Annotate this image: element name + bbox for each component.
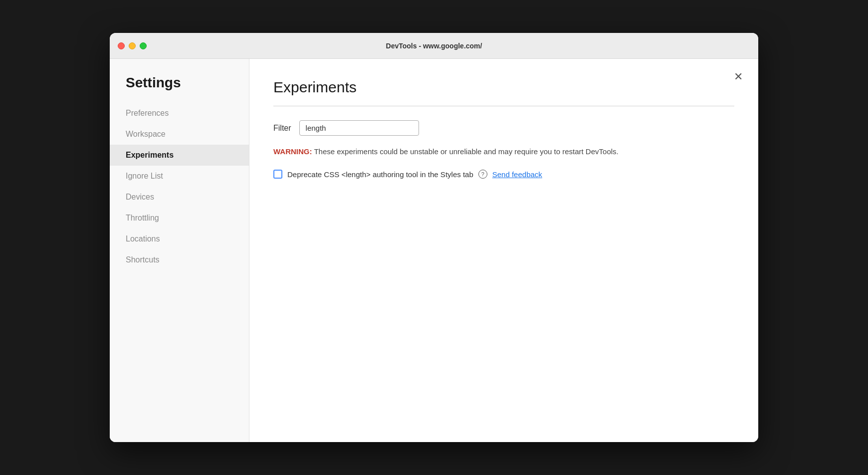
sidebar-item-devices[interactable]: Devices [110,187,249,208]
sidebar-item-ignore-list[interactable]: Ignore List [110,166,249,187]
filter-input[interactable] [299,120,419,136]
sidebar-item-shortcuts[interactable]: Shortcuts [110,249,249,270]
title-divider [273,106,734,106]
filter-row: Filter [273,120,734,136]
content-area: Settings Preferences Workspace Experimen… [110,59,758,442]
traffic-lights [118,42,147,49]
sidebar: Settings Preferences Workspace Experimen… [110,59,249,442]
page-title: Experiments [273,79,734,96]
close-button[interactable]: ✕ [730,69,746,85]
sidebar-item-workspace[interactable]: Workspace [110,124,249,145]
warning-body: These experiments could be unstable or u… [314,147,618,156]
deprecate-css-length-checkbox[interactable] [273,170,282,179]
sidebar-heading: Settings [110,75,249,103]
sidebar-item-locations[interactable]: Locations [110,229,249,249]
experiment-label: Deprecate CSS <length> authoring tool in… [287,170,473,179]
warning-text: WARNING: These experiments could be unst… [273,146,734,158]
minimize-traffic-light[interactable] [129,42,136,49]
sidebar-item-preferences[interactable]: Preferences [110,103,249,124]
maximize-traffic-light[interactable] [140,42,147,49]
warning-label: WARNING: [273,147,312,156]
experiment-row: Deprecate CSS <length> authoring tool in… [273,170,734,179]
devtools-window: DevTools - www.google.com/ Settings Pref… [110,33,758,442]
window-title: DevTools - www.google.com/ [386,42,482,50]
send-feedback-button[interactable]: Send feedback [492,170,542,179]
filter-label: Filter [273,124,291,133]
close-traffic-light[interactable] [118,42,125,49]
titlebar: DevTools - www.google.com/ [110,33,758,59]
sidebar-item-throttling[interactable]: Throttling [110,208,249,229]
main-content: ✕ Experiments Filter WARNING: These expe… [249,59,758,442]
help-icon[interactable]: ? [478,170,487,179]
sidebar-item-experiments[interactable]: Experiments [110,145,249,166]
